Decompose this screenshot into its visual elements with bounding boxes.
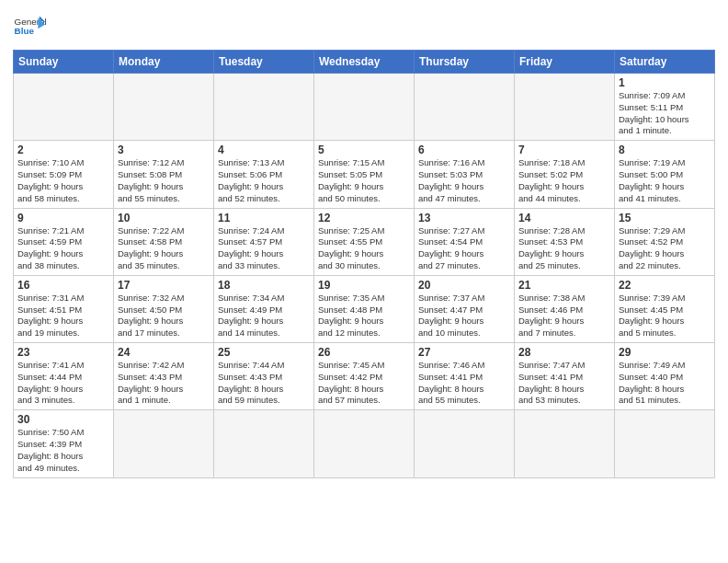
day-number: 22 xyxy=(619,279,711,292)
day-info: Sunrise: 7:45 AM Sunset: 4:42 PM Dayligh… xyxy=(318,360,410,407)
calendar-cell: 4Sunrise: 7:13 AM Sunset: 5:06 PM Daylig… xyxy=(214,141,314,208)
calendar-week-row: 1Sunrise: 7:09 AM Sunset: 5:11 PM Daylig… xyxy=(14,74,715,141)
day-info: Sunrise: 7:09 AM Sunset: 5:11 PM Dayligh… xyxy=(619,90,711,137)
calendar-cell: 20Sunrise: 7:37 AM Sunset: 4:47 PM Dayli… xyxy=(415,275,515,342)
calendar-cell: 28Sunrise: 7:47 AM Sunset: 4:41 PM Dayli… xyxy=(515,343,615,410)
day-info: Sunrise: 7:46 AM Sunset: 4:41 PM Dayligh… xyxy=(418,360,510,407)
day-info: Sunrise: 7:24 AM Sunset: 4:57 PM Dayligh… xyxy=(218,225,310,272)
day-number: 20 xyxy=(418,279,510,292)
day-number: 28 xyxy=(518,346,610,359)
calendar-cell: 23Sunrise: 7:41 AM Sunset: 4:44 PM Dayli… xyxy=(14,343,114,410)
day-number: 18 xyxy=(218,279,310,292)
weekday-header-row: SundayMondayTuesdayWednesdayThursdayFrid… xyxy=(14,51,715,74)
day-info: Sunrise: 7:22 AM Sunset: 4:58 PM Dayligh… xyxy=(118,225,210,272)
calendar-cell: 25Sunrise: 7:44 AM Sunset: 4:43 PM Dayli… xyxy=(214,343,314,410)
day-number: 15 xyxy=(619,212,711,224)
day-number: 21 xyxy=(518,279,610,292)
logo: General Blue xyxy=(13,9,48,44)
calendar-cell: 21Sunrise: 7:38 AM Sunset: 4:46 PM Dayli… xyxy=(515,275,615,342)
day-info: Sunrise: 7:47 AM Sunset: 4:41 PM Dayligh… xyxy=(518,360,610,407)
day-number: 5 xyxy=(318,144,410,156)
day-number: 23 xyxy=(17,346,109,359)
day-number: 10 xyxy=(118,212,210,224)
page: General Blue SundayMondayTuesdayWednesda… xyxy=(0,0,728,563)
calendar-cell: 10Sunrise: 7:22 AM Sunset: 4:58 PM Dayli… xyxy=(114,208,214,275)
day-info: Sunrise: 7:19 AM Sunset: 5:00 PM Dayligh… xyxy=(619,157,711,204)
calendar-cell: 14Sunrise: 7:28 AM Sunset: 4:53 PM Dayli… xyxy=(515,208,615,275)
day-number: 12 xyxy=(318,212,410,224)
day-number: 1 xyxy=(619,76,711,89)
day-info: Sunrise: 7:13 AM Sunset: 5:06 PM Dayligh… xyxy=(218,157,310,204)
day-number: 3 xyxy=(118,144,210,156)
calendar-cell: 13Sunrise: 7:27 AM Sunset: 4:54 PM Dayli… xyxy=(415,208,515,275)
weekday-header-thursday: Thursday xyxy=(415,51,515,74)
day-number: 13 xyxy=(418,212,510,224)
day-info: Sunrise: 7:50 AM Sunset: 4:39 PM Dayligh… xyxy=(17,427,109,474)
day-number: 26 xyxy=(318,346,410,359)
calendar-cell: 16Sunrise: 7:31 AM Sunset: 4:51 PM Dayli… xyxy=(14,275,114,342)
day-info: Sunrise: 7:39 AM Sunset: 4:45 PM Dayligh… xyxy=(619,293,711,339)
calendar-cell xyxy=(615,410,715,477)
calendar-cell: 8Sunrise: 7:19 AM Sunset: 5:00 PM Daylig… xyxy=(615,141,715,208)
calendar-week-row: 16Sunrise: 7:31 AM Sunset: 4:51 PM Dayli… xyxy=(14,275,715,342)
calendar-cell xyxy=(114,74,214,141)
calendar-cell: 6Sunrise: 7:16 AM Sunset: 5:03 PM Daylig… xyxy=(415,141,515,208)
calendar-cell xyxy=(314,74,415,141)
day-number: 6 xyxy=(418,144,510,156)
calendar-cell: 27Sunrise: 7:46 AM Sunset: 4:41 PM Dayli… xyxy=(415,343,515,410)
calendar-cell: 15Sunrise: 7:29 AM Sunset: 4:52 PM Dayli… xyxy=(615,208,715,275)
calendar-body: 1Sunrise: 7:09 AM Sunset: 5:11 PM Daylig… xyxy=(14,74,715,478)
day-info: Sunrise: 7:31 AM Sunset: 4:51 PM Dayligh… xyxy=(17,293,109,339)
day-info: Sunrise: 7:29 AM Sunset: 4:52 PM Dayligh… xyxy=(619,225,711,272)
calendar-cell xyxy=(214,410,314,477)
calendar-cell: 11Sunrise: 7:24 AM Sunset: 4:57 PM Dayli… xyxy=(214,208,314,275)
calendar-cell: 18Sunrise: 7:34 AM Sunset: 4:49 PM Dayli… xyxy=(214,275,314,342)
day-number: 11 xyxy=(218,212,310,224)
day-number: 27 xyxy=(418,346,510,359)
calendar-cell xyxy=(214,74,314,141)
calendar-week-row: 30Sunrise: 7:50 AM Sunset: 4:39 PM Dayli… xyxy=(14,410,715,477)
calendar-cell: 5Sunrise: 7:15 AM Sunset: 5:05 PM Daylig… xyxy=(314,141,415,208)
header: General Blue xyxy=(13,9,715,44)
calendar-cell: 22Sunrise: 7:39 AM Sunset: 4:45 PM Dayli… xyxy=(615,275,715,342)
calendar-cell: 2Sunrise: 7:10 AM Sunset: 5:09 PM Daylig… xyxy=(14,141,114,208)
day-info: Sunrise: 7:44 AM Sunset: 4:43 PM Dayligh… xyxy=(218,360,310,407)
calendar-cell: 12Sunrise: 7:25 AM Sunset: 4:55 PM Dayli… xyxy=(314,208,415,275)
day-number: 17 xyxy=(118,279,210,292)
calendar-cell xyxy=(515,410,615,477)
calendar-cell xyxy=(515,74,615,141)
day-info: Sunrise: 7:16 AM Sunset: 5:03 PM Dayligh… xyxy=(418,157,510,204)
day-info: Sunrise: 7:10 AM Sunset: 5:09 PM Dayligh… xyxy=(17,157,109,204)
day-info: Sunrise: 7:15 AM Sunset: 5:05 PM Dayligh… xyxy=(318,157,410,204)
weekday-header-saturday: Saturday xyxy=(615,51,715,74)
day-number: 14 xyxy=(518,212,610,224)
day-number: 25 xyxy=(218,346,310,359)
day-info: Sunrise: 7:28 AM Sunset: 4:53 PM Dayligh… xyxy=(518,225,610,272)
day-info: Sunrise: 7:18 AM Sunset: 5:02 PM Dayligh… xyxy=(518,157,610,204)
day-number: 7 xyxy=(518,144,610,156)
calendar-cell: 7Sunrise: 7:18 AM Sunset: 5:02 PM Daylig… xyxy=(515,141,615,208)
weekday-header-tuesday: Tuesday xyxy=(214,51,314,74)
weekday-header-monday: Monday xyxy=(114,51,214,74)
day-info: Sunrise: 7:12 AM Sunset: 5:08 PM Dayligh… xyxy=(118,157,210,204)
weekday-header-sunday: Sunday xyxy=(14,51,114,74)
day-number: 4 xyxy=(218,144,310,156)
day-info: Sunrise: 7:27 AM Sunset: 4:54 PM Dayligh… xyxy=(418,225,510,272)
calendar-cell: 24Sunrise: 7:42 AM Sunset: 4:43 PM Dayli… xyxy=(114,343,214,410)
day-number: 29 xyxy=(619,346,711,359)
day-info: Sunrise: 7:38 AM Sunset: 4:46 PM Dayligh… xyxy=(518,293,610,339)
calendar-cell xyxy=(114,410,214,477)
day-info: Sunrise: 7:34 AM Sunset: 4:49 PM Dayligh… xyxy=(218,293,310,339)
svg-text:Blue: Blue xyxy=(15,26,35,36)
day-info: Sunrise: 7:41 AM Sunset: 4:44 PM Dayligh… xyxy=(17,360,109,407)
day-number: 8 xyxy=(619,144,711,156)
calendar-cell: 29Sunrise: 7:49 AM Sunset: 4:40 PM Dayli… xyxy=(615,343,715,410)
calendar-cell xyxy=(14,74,114,141)
calendar-cell: 17Sunrise: 7:32 AM Sunset: 4:50 PM Dayli… xyxy=(114,275,214,342)
day-number: 30 xyxy=(17,413,109,426)
day-number: 19 xyxy=(318,279,410,292)
day-info: Sunrise: 7:21 AM Sunset: 4:59 PM Dayligh… xyxy=(17,225,109,272)
day-info: Sunrise: 7:25 AM Sunset: 4:55 PM Dayligh… xyxy=(318,225,410,272)
calendar-week-row: 9Sunrise: 7:21 AM Sunset: 4:59 PM Daylig… xyxy=(14,208,715,275)
day-info: Sunrise: 7:42 AM Sunset: 4:43 PM Dayligh… xyxy=(118,360,210,407)
